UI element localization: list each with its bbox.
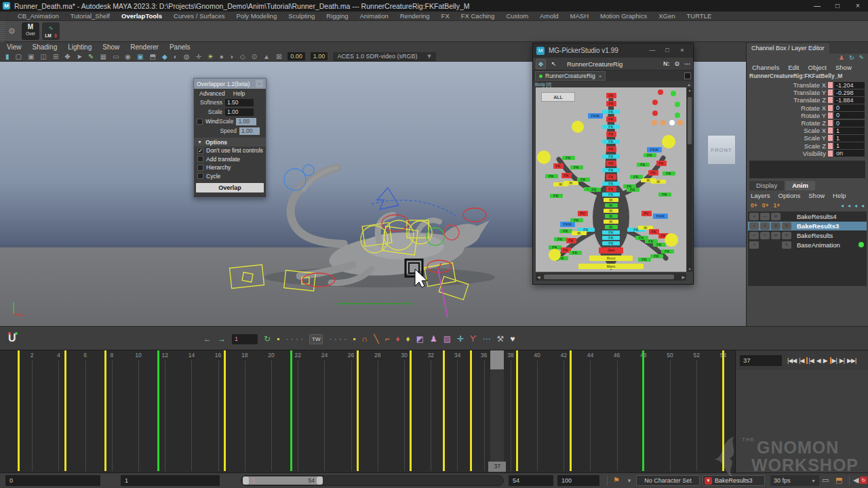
panel-toolbar-icon-11[interactable]: ▣ <box>137 52 143 62</box>
scroll-left-icon[interactable]: ◀ <box>537 274 540 279</box>
channel-name[interactable]: Scale Y <box>804 134 826 142</box>
tab-display[interactable]: Display <box>749 181 784 190</box>
picker-button-fk[interactable]: FK <box>602 192 620 197</box>
panel-toolbar-icon-2[interactable]: ▣ <box>28 52 34 62</box>
picker-button-fk[interactable]: FK <box>602 182 620 186</box>
picker-dot-control[interactable] <box>652 110 658 116</box>
picker-button-fk[interactable]: FK <box>663 171 675 176</box>
cursor-arrow-icon[interactable]: ↖ <box>549 59 559 69</box>
panel-toolbar-icon-21[interactable]: ⊙ <box>252 52 257 62</box>
anim-layer-selector[interactable]: ▼ BakeResults3 <box>703 475 765 486</box>
picker-button-fk[interactable]: FK <box>606 174 616 180</box>
channel-value-field[interactable]: 0 <box>834 104 865 111</box>
channel-box-icon-2[interactable]: ✎ <box>859 54 864 62</box>
picker-dot-control[interactable] <box>669 120 675 125</box>
layer-row-bakeresults3[interactable]: ▪=⊘↻BakeResults3 <box>748 222 867 230</box>
fps-dropdown[interactable]: 30 fps ▼ <box>770 475 819 486</box>
menu-shading[interactable]: Shading <box>33 43 58 51</box>
channel-value-field[interactable]: 0 <box>834 120 865 127</box>
menu-panels[interactable]: Panels <box>170 43 191 51</box>
picker-button-fk[interactable]: FK <box>606 131 616 137</box>
layer-row-bakeresults4[interactable]: ▪—⊘BakeResults4 <box>748 212 867 221</box>
layer-move-icon-3[interactable]: ◂ <box>861 203 864 209</box>
anim-toolbar-icon-13[interactable]: ♦ <box>406 331 410 347</box>
picker-button-fk[interactable]: FK <box>656 161 667 166</box>
channel-value-field[interactable]: 1 <box>834 135 865 142</box>
anim-toolbar-icon-12[interactable]: ♦ <box>395 331 399 347</box>
picker-tab-runnercreaturerig[interactable]: RunnerCreatureRig × <box>535 71 606 81</box>
layer-move-icon-2[interactable]: ◂ <box>854 203 857 209</box>
timeline-key-y[interactable] <box>470 350 472 471</box>
layer-toggle-3[interactable]: ↻ <box>782 241 791 249</box>
chevron-down-icon[interactable]: ▼ <box>627 478 632 484</box>
layer-toggle-2[interactable]: ⊘ <box>771 232 781 239</box>
channel-value-field[interactable]: -0.298 <box>834 89 865 96</box>
picker-button-jaw[interactable]: Jaw <box>599 247 623 253</box>
scroll-down-icon[interactable]: ▼ <box>687 267 692 271</box>
panel-toolbar-icon-18[interactable]: ● <box>220 52 224 62</box>
timeline-key-y[interactable] <box>224 350 226 471</box>
channel-name[interactable]: Rotate Y <box>801 112 826 119</box>
step-forward-frame-button[interactable]: ▶| <box>840 357 844 364</box>
animation-end-field[interactable]: 100 <box>557 475 599 486</box>
picker-button-ik[interactable]: IK <box>605 214 618 218</box>
select-all-button[interactable]: ALL <box>541 92 575 102</box>
panel-toolbar-icon-23[interactable]: ⊠ <box>276 52 281 62</box>
picker-button-fk[interactable]: FK <box>602 230 620 235</box>
picker-circle-control[interactable] <box>665 233 678 247</box>
menu-layers[interactable]: Layers <box>751 192 770 199</box>
anim-toolbar-icon-19[interactable]: ⋯ <box>483 331 491 347</box>
menu-view[interactable]: View <box>7 43 22 51</box>
layer-toggle-3[interactable]: ↻ <box>782 232 791 239</box>
colorspace-dropdown[interactable]: ACES 1.0 SDR-video (sRGB) ▼ <box>333 52 436 61</box>
current-frame-marker[interactable] <box>490 350 504 369</box>
namespace-toggle[interactable]: N: <box>663 60 670 67</box>
picker-button-ik[interactable]: IK <box>605 203 618 207</box>
picker-button-ik[interactable]: IK <box>572 231 587 235</box>
picker-button-fk[interactable]: FK <box>650 254 663 258</box>
panel-toolbar-icon-0[interactable]: ▮ <box>5 52 9 62</box>
picker-button-fk[interactable]: FK <box>602 236 620 240</box>
shelf-item-overlapper[interactable]: M Over <box>22 22 39 40</box>
shelf-tab-motion-graphics[interactable]: Motion Graphics <box>600 12 647 20</box>
picker-dot-control[interactable] <box>675 113 680 118</box>
picker-button-ik[interactable]: IK <box>604 198 618 202</box>
picker-button-fk[interactable]: FK <box>627 188 639 192</box>
timeline-key-y[interactable] <box>570 350 572 471</box>
shelf-tab-tutorial-shelf[interactable]: Tutorial_Shelf <box>71 12 110 20</box>
anim-toolbar-icon-9[interactable]: ∩ <box>362 331 368 347</box>
panel-toolbar-icon-14[interactable]: ◐ <box>174 52 178 62</box>
channel-value-field[interactable]: 0 <box>834 112 865 119</box>
channel-value-field[interactable]: -1.204 <box>834 82 865 89</box>
anim-toolbar-icon-10[interactable]: ╲ <box>374 331 378 347</box>
picker-dot-control[interactable] <box>671 91 676 96</box>
picker-button-fk[interactable]: FK <box>602 241 620 245</box>
tab-channel-box-layer-editor[interactable]: Channel Box / Layer Editor <box>747 43 829 54</box>
picker-button-fk[interactable]: FK <box>602 125 620 129</box>
close-button[interactable]: × <box>848 0 868 12</box>
channel-value-field[interactable]: on <box>834 150 865 157</box>
picker-dot-control[interactable] <box>652 100 658 105</box>
layer-move-icon-0[interactable]: ◂ <box>841 203 844 209</box>
picker-button-ik[interactable]: IK <box>564 181 578 185</box>
picker-button-fk[interactable]: FK <box>577 178 590 182</box>
layer-toggle-1[interactable]: = <box>760 232 770 239</box>
anim-toolbar-icon-17[interactable]: ✛ <box>457 331 464 347</box>
menu-show[interactable]: Show <box>102 43 119 51</box>
maximize-button[interactable]: □ <box>660 45 675 56</box>
scroll-up-icon[interactable]: ▲ <box>687 83 691 87</box>
minimize-button[interactable]: — <box>645 45 660 56</box>
picker-button-fk[interactable]: FK <box>648 170 658 176</box>
magnet-logo-icon[interactable]: U <box>8 332 24 346</box>
panel-toolbar-icon-4[interactable]: ⊞ <box>53 52 58 62</box>
picker-button-fk[interactable]: FK <box>653 243 666 247</box>
picker-button-ik[interactable]: IK <box>604 209 618 213</box>
play-backwards-button[interactable]: ◀ <box>816 357 821 364</box>
picker-button-fk[interactable]: FK <box>606 186 616 192</box>
picker-circle-control[interactable] <box>662 135 675 148</box>
overlap-button[interactable]: Overlap <box>196 183 264 192</box>
picker-button-fk[interactable]: FK <box>561 173 572 178</box>
shelf-tab-fx-caching[interactable]: FX Caching <box>461 12 495 20</box>
picker-button-fk[interactable]: FK <box>661 249 674 253</box>
anim-toolbar-field[interactable]: 1 <box>232 334 258 344</box>
